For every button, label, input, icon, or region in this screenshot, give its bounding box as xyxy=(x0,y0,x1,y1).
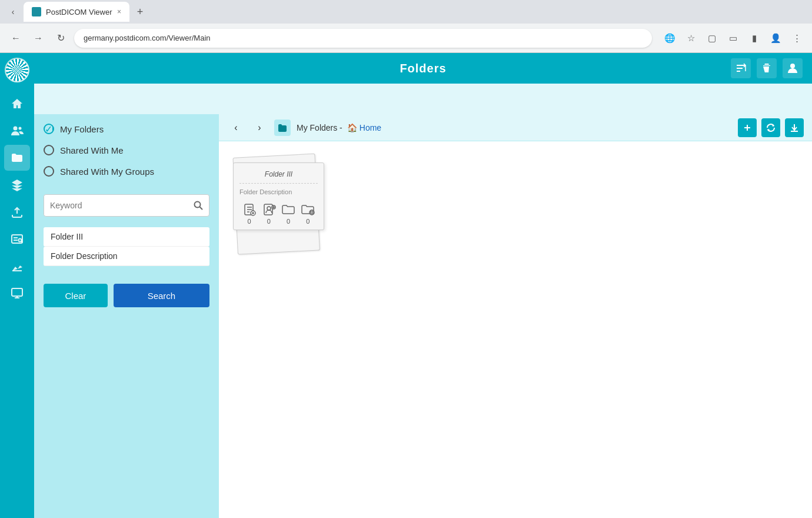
browser-chrome: ‹ PostDICOM Viewer × + ← → ↻ 🌐 ☆ ▢ ▭ ▮ 👤… xyxy=(0,0,812,53)
page-title: Folders xyxy=(400,62,446,75)
address-input[interactable] xyxy=(74,29,652,48)
svg-line-17 xyxy=(200,207,203,210)
folder-card-name: Folder III xyxy=(239,168,318,184)
menu-button[interactable]: ⋮ xyxy=(788,30,805,47)
new-tab-button[interactable]: + xyxy=(132,4,148,20)
sidebar-item-upload[interactable] xyxy=(4,199,30,225)
folder-card-description: Folder Description xyxy=(239,187,318,200)
sort-button[interactable] xyxy=(731,58,751,78)
svg-rect-19 xyxy=(744,127,750,128)
folder-area: Folder III Folder Description xyxy=(219,141,812,518)
svg-point-30 xyxy=(310,210,314,215)
tab-favicon xyxy=(32,7,41,16)
sidebar-item-home[interactable] xyxy=(4,91,30,117)
keyword-input-wrap xyxy=(44,194,209,217)
shared-with-me-radio xyxy=(44,145,54,155)
tab-bar: ‹ PostDICOM Viewer × + xyxy=(0,0,812,24)
tab-close-button[interactable]: × xyxy=(117,8,121,16)
search-result-folder-description[interactable]: Folder Description xyxy=(44,247,209,266)
search-result-folder-iii[interactable]: Folder III xyxy=(44,227,209,247)
nav-item-shared-with-groups[interactable]: Shared With My Groups xyxy=(44,164,209,179)
main-content: ‹ › My Folders - 🏠 Home xyxy=(219,114,812,518)
stat-locked: 0 xyxy=(301,202,315,225)
profile-button[interactable]: 👤 xyxy=(767,30,784,47)
header-actions xyxy=(731,58,803,78)
sidebar-item-analytics[interactable] xyxy=(4,253,30,279)
my-folders-label: My Folders xyxy=(60,124,104,134)
nav-item-my-folders[interactable]: ✓ My Folders xyxy=(44,121,209,137)
translate-button[interactable]: 🌐 xyxy=(661,30,678,47)
nav-reload-button[interactable]: ↻ xyxy=(52,29,69,47)
svg-point-28 xyxy=(267,207,271,210)
sidebar-item-search-list[interactable] xyxy=(4,226,30,252)
svg-point-16 xyxy=(195,202,201,208)
stat-subfolders: 0 xyxy=(281,202,295,225)
breadcrumb-home-icon: 🏠 xyxy=(347,123,357,132)
breadcrumb-bar: ‹ › My Folders - 🏠 Home xyxy=(219,114,812,141)
picture-in-picture-button[interactable]: ▢ xyxy=(704,30,720,47)
app-logo xyxy=(5,58,29,82)
svg-point-4 xyxy=(790,64,795,68)
folder-stats: 0 0 xyxy=(239,200,318,225)
app-main-area: ✓ My Folders Shared With Me Shared With … xyxy=(34,84,812,518)
trash-button[interactable] xyxy=(757,58,777,78)
breadcrumb-folder-icon xyxy=(274,119,291,136)
breadcrumb-back-button[interactable]: ‹ xyxy=(227,119,245,137)
sidebar-icons xyxy=(0,53,34,518)
address-bar-row: ← → ↻ 🌐 ☆ ▢ ▭ ▮ 👤 ⋮ xyxy=(0,24,812,53)
browser-tab-active[interactable]: PostDICOM Viewer × xyxy=(24,2,129,22)
keyword-input[interactable] xyxy=(44,196,188,215)
breadcrumb-actions xyxy=(738,118,804,137)
star-button[interactable]: ☆ xyxy=(683,30,699,47)
extensions-button[interactable]: ▭ xyxy=(725,30,741,47)
stat-studies: 0 xyxy=(242,202,257,225)
nav-item-shared-with-me[interactable]: Shared With Me xyxy=(44,142,209,158)
sidebar-item-layers[interactable] xyxy=(4,172,30,198)
download-button[interactable] xyxy=(785,118,804,137)
svg-point-6 xyxy=(19,127,22,130)
svg-point-5 xyxy=(14,127,18,131)
svg-rect-27 xyxy=(264,204,272,215)
svg-rect-13 xyxy=(12,288,22,296)
action-buttons: Clear Search xyxy=(44,284,209,307)
sidebar-item-users[interactable] xyxy=(4,118,30,144)
refresh-button[interactable] xyxy=(761,118,780,137)
keyword-search-icon-button[interactable] xyxy=(188,195,209,216)
folder-card-folder-iii[interactable]: Folder III Folder Description xyxy=(233,155,327,261)
svg-point-10 xyxy=(19,239,22,242)
search-results: Folder III Folder Description xyxy=(44,227,209,266)
sidebar-toggle-button[interactable]: ▮ xyxy=(746,30,763,47)
add-folder-button[interactable] xyxy=(738,118,757,137)
shared-with-me-label: Shared With Me xyxy=(60,145,124,155)
sidebar-item-folders[interactable] xyxy=(4,145,30,171)
search-button[interactable]: Search xyxy=(114,284,209,307)
sidebar-item-monitor[interactable] xyxy=(4,280,30,306)
user-profile-button[interactable] xyxy=(783,58,803,78)
shared-with-groups-label: Shared With My Groups xyxy=(60,167,154,177)
tab-history-back[interactable]: ‹ xyxy=(5,4,21,20)
breadcrumb-text: My Folders - 🏠 Home xyxy=(297,123,381,132)
my-folders-radio: ✓ xyxy=(44,124,54,134)
tab-title: PostDICOM Viewer xyxy=(46,8,112,16)
clear-button[interactable]: Clear xyxy=(44,284,108,307)
nav-forward-button[interactable]: → xyxy=(29,29,47,47)
shared-with-groups-radio xyxy=(44,166,54,177)
stat-shared: 0 xyxy=(262,202,276,225)
left-panel: ✓ My Folders Shared With Me Shared With … xyxy=(34,114,219,518)
browser-actions: 🌐 ☆ ▢ ▭ ▮ 👤 ⋮ xyxy=(661,30,805,47)
app-header: Folders xyxy=(34,53,812,84)
nav-back-button[interactable]: ← xyxy=(7,29,25,47)
breadcrumb-forward-button[interactable]: › xyxy=(251,119,268,137)
